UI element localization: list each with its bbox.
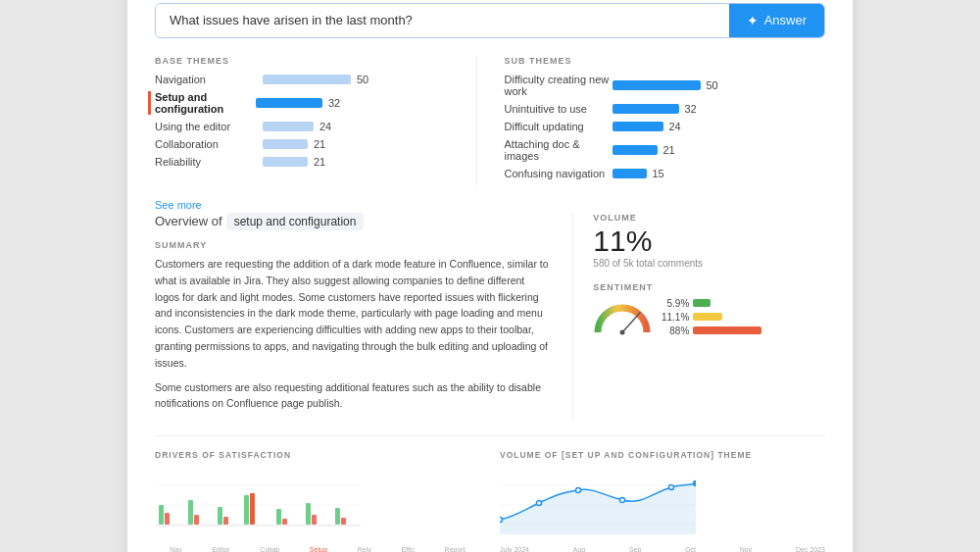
- sub-theme-name: Difficulty creating new work: [505, 74, 612, 97]
- sub-theme-row-5[interactable]: Confusing navigation 15: [505, 168, 826, 179]
- bottom-charts: DRIVERS OF SATISFACTION: [155, 435, 825, 552]
- svg-rect-11: [244, 495, 249, 525]
- bar-chart-x-axis: Nav Editor Collab Setup Rely Effic Repor…: [155, 546, 480, 552]
- theme-bar: [263, 157, 308, 167]
- volume-percentage: 11%: [593, 226, 825, 256]
- svg-rect-16: [312, 515, 317, 525]
- sub-theme-row-3[interactable]: Difficult updating 24: [505, 121, 826, 132]
- summary-text-2: Some customers are also requesting addit…: [155, 379, 549, 413]
- theme-bar: [263, 122, 314, 131]
- svg-line-0: [622, 313, 640, 332]
- bar-count: 32: [685, 103, 705, 115]
- theme-bar: [263, 139, 308, 149]
- overview-section: Overview of setup and configuration SUMM…: [155, 213, 825, 420]
- svg-rect-15: [306, 503, 311, 525]
- sentiment-bars: 5.9% 11.1% 88%: [660, 298, 761, 336]
- overview-tag: setup and configuration: [226, 213, 365, 230]
- theme-name: Navigation: [155, 74, 263, 85]
- volume-theme-chart-col: VOLUME OF [SET UP AND CONFIGURATION] THE…: [500, 450, 825, 552]
- see-more-link[interactable]: See more: [155, 199, 202, 211]
- base-theme-row-4[interactable]: Collaboration 21: [155, 138, 476, 150]
- sub-theme-name: Confusing navigation: [505, 168, 612, 179]
- bar-container: 50: [263, 74, 476, 85]
- sub-theme-bar: [612, 80, 701, 90]
- bar-container: 32: [612, 103, 826, 115]
- svg-rect-6: [165, 513, 170, 525]
- volume-sub: 580 of 5k total comments: [593, 258, 825, 269]
- svg-rect-14: [282, 519, 287, 525]
- main-card: ✦ Answer BASE THEMES Navigation 50 Setup…: [127, 0, 853, 552]
- base-theme-row-1[interactable]: Navigation 50: [155, 74, 476, 85]
- drivers-chart-area: [155, 466, 480, 544]
- svg-point-24: [537, 501, 542, 506]
- sub-theme-name: Difficult updating: [505, 121, 612, 132]
- line-chart-x-axis: July 2024 Aug Sep Oct Nov Dec 2023: [500, 546, 825, 552]
- theme-bar: [263, 75, 351, 84]
- overview-left: Overview of setup and configuration SUMM…: [155, 213, 549, 420]
- svg-rect-18: [341, 518, 346, 525]
- negative-pct: 88%: [660, 326, 689, 336]
- base-theme-row-5[interactable]: Reliability 21: [155, 156, 476, 168]
- summary-label: SUMMARY: [155, 240, 549, 250]
- svg-rect-5: [159, 505, 164, 525]
- svg-rect-7: [188, 500, 193, 525]
- base-theme-row-3[interactable]: Using the editor 24: [155, 121, 476, 132]
- positive-bar: [693, 299, 710, 307]
- bar-container: 15: [612, 168, 826, 179]
- sentiment-positive-row: 5.9%: [660, 298, 761, 309]
- line-chart-area: [500, 466, 825, 544]
- svg-point-1: [620, 330, 625, 335]
- sub-theme-row-1[interactable]: Difficulty creating new work 50: [505, 74, 826, 97]
- theme-name: Using the editor: [155, 121, 263, 132]
- bar-count: 50: [357, 74, 376, 85]
- drivers-chart-svg: [155, 466, 361, 542]
- gauge-svg: [593, 298, 652, 335]
- drivers-label: DRIVERS OF SATISFACTION: [155, 450, 480, 460]
- svg-point-26: [620, 498, 625, 503]
- sentiment-neutral-row: 11.1%: [660, 312, 761, 323]
- sub-theme-name: Attaching doc & images: [505, 138, 612, 162]
- bar-count: 32: [328, 97, 348, 109]
- theme-bar-active: [256, 98, 322, 108]
- negative-bar: [693, 326, 761, 334]
- svg-rect-13: [276, 509, 281, 525]
- sub-theme-row-4[interactable]: Attaching doc & images 21: [505, 138, 826, 162]
- sub-theme-bar: [612, 104, 679, 114]
- theme-name: Collaboration: [155, 138, 263, 150]
- answer-button[interactable]: ✦ Answer: [729, 4, 824, 37]
- bar-container: 50: [612, 79, 826, 91]
- sub-theme-name: Unintuitive to use: [505, 103, 612, 115]
- theme-name: Reliability: [155, 156, 263, 168]
- bar-count: 50: [707, 79, 726, 91]
- overview-right: VOLUME 11% 580 of 5k total comments SENT…: [572, 213, 825, 420]
- bar-count: 21: [314, 138, 333, 150]
- svg-rect-10: [223, 517, 228, 525]
- bar-count: 21: [314, 156, 333, 168]
- theme-name-active: Setup and configuration: [148, 91, 256, 115]
- sub-theme-bar: [612, 169, 647, 178]
- svg-rect-17: [335, 508, 340, 525]
- bar-count: 21: [663, 144, 683, 156]
- star-icon: ✦: [747, 13, 759, 28]
- sentiment-negative-row: 88%: [660, 326, 761, 336]
- bar-container: 32: [256, 97, 476, 109]
- svg-point-27: [669, 485, 674, 490]
- bar-container: 24: [612, 121, 826, 132]
- themes-section: BASE THEMES Navigation 50 Setup and conf…: [155, 56, 825, 185]
- bar-container: 24: [263, 121, 476, 132]
- search-input[interactable]: [156, 4, 729, 36]
- bar-container: 21: [612, 144, 826, 156]
- sub-theme-bar: [612, 122, 663, 131]
- svg-point-25: [576, 488, 581, 493]
- search-bar: ✦ Answer: [155, 3, 825, 38]
- svg-point-28: [694, 481, 697, 486]
- sub-theme-bar: [612, 145, 658, 155]
- positive-pct: 5.9%: [660, 298, 689, 309]
- sub-theme-row-2[interactable]: Unintuitive to use 32: [505, 103, 826, 115]
- base-theme-row-2[interactable]: Setup and configuration 32: [155, 91, 476, 115]
- bar-container: 21: [263, 138, 476, 150]
- svg-point-23: [500, 518, 503, 523]
- overview-of-text: Overview of: [155, 214, 222, 228]
- sentiment-label: SENTIMENT: [593, 282, 825, 292]
- volume-theme-label: VOLUME OF [SET UP AND CONFIGURATION] THE…: [500, 450, 825, 460]
